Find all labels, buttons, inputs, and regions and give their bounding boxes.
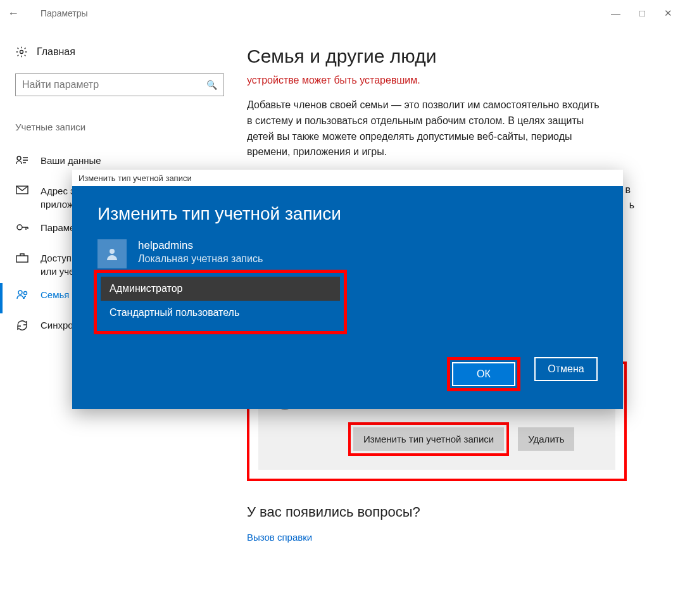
help-link[interactable]: Вызов справки	[247, 532, 312, 543]
svg-point-8	[110, 249, 115, 254]
minimize-icon[interactable]: —	[611, 8, 620, 19]
questions-heading: У вас появились вопросы?	[247, 504, 641, 520]
ok-button[interactable]: ОК	[452, 362, 515, 386]
svg-rect-4	[16, 256, 28, 262]
back-icon[interactable]: ←	[8, 7, 23, 20]
change-account-type-dialog: Изменить тип учетной записи Изменить тип…	[72, 170, 623, 409]
sync-icon	[15, 318, 29, 331]
svg-point-6	[24, 292, 27, 295]
change-type-button[interactable]: Изменить тип учетной записи	[353, 427, 504, 451]
svg-point-0	[20, 51, 23, 54]
account-type-dropdown-highlight: Администратор Стандартный пользователь	[94, 270, 347, 334]
close-icon[interactable]: ✕	[664, 8, 672, 19]
people-icon	[15, 288, 29, 299]
ok-button-highlight: ОК	[447, 357, 520, 391]
badge-icon	[15, 154, 29, 165]
home-link[interactable]: Главная	[15, 46, 247, 58]
svg-point-5	[18, 291, 22, 294]
option-standard-user[interactable]: Стандартный пользователь	[101, 301, 340, 325]
gear-icon	[15, 46, 28, 58]
dialog-titlebar: Изменить тип учетной записи	[72, 170, 623, 187]
dialog-user-name: helpadmins	[138, 239, 263, 252]
window-title: Параметры	[41, 8, 88, 18]
sidebar-item-label: Ваши данные	[41, 154, 101, 167]
briefcase-icon	[15, 251, 29, 263]
search-icon: 🔍	[206, 80, 217, 90]
svg-point-3	[17, 225, 22, 230]
cancel-button[interactable]: Отмена	[534, 357, 598, 381]
intro-paragraph: Добавьте членов своей семьи — это позвол…	[247, 97, 601, 160]
key-icon	[15, 221, 29, 232]
maximize-icon[interactable]: □	[639, 8, 645, 19]
avatar-icon	[97, 239, 127, 268]
option-administrator[interactable]: Администратор	[101, 277, 340, 301]
svg-point-1	[17, 156, 21, 160]
window-titlebar: ← Параметры — □ ✕	[0, 0, 685, 27]
delete-button[interactable]: Удалить	[518, 427, 574, 451]
page-title: Семья и другие люди	[247, 46, 641, 67]
account-type-dropdown[interactable]: Администратор Стандартный пользователь	[101, 277, 340, 325]
change-type-highlight: Изменить тип учетной записи	[348, 422, 509, 456]
home-label: Главная	[37, 46, 75, 58]
clipped-text: ь	[629, 199, 634, 211]
dialog-heading: Изменить тип учетной записи	[97, 204, 598, 224]
section-heading: Учетные записи	[15, 122, 247, 132]
warning-text: устройстве может быть устаревшим.	[247, 75, 641, 86]
dialog-user-subtitle: Локальная учетная запись	[138, 253, 263, 265]
clipped-text: в	[625, 184, 631, 196]
mail-icon	[15, 184, 29, 194]
search-input[interactable]	[22, 79, 206, 91]
search-input-wrap[interactable]: 🔍	[15, 73, 224, 96]
